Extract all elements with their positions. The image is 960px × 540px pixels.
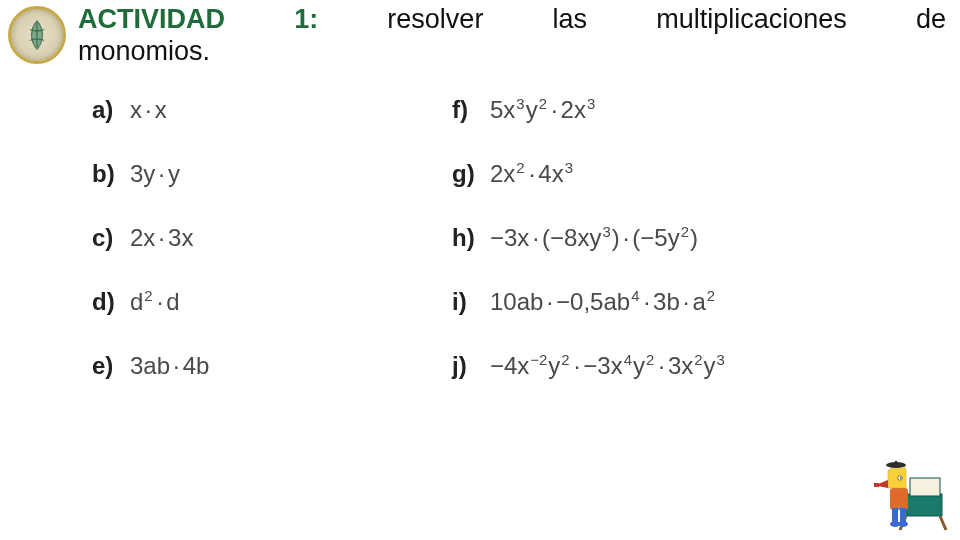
problem-label: d) [92,288,120,316]
problem-expr: −4x−2y2·−3x4y2·3x2y3 [490,352,726,380]
problems-col-right: f) 5x3y2·2x3 g) 2x2·4x3 h) −3x·(−8xy3)·(… [452,96,726,380]
problem-c: c) 2x·3x [92,224,209,252]
problem-label: g) [452,160,480,188]
problems-col-left: a) x·x b) 3y·y c) 2x·3x d) d2·d e) 3ab·4… [92,96,209,380]
problem-label: e) [92,352,120,380]
problem-j: j) −4x−2y2·−3x4y2·3x2y3 [452,352,726,380]
problem-h: h) −3x·(−8xy3)·(−5y2) [452,224,726,252]
bart-director-icon [870,448,948,532]
problem-g: g) 2x2·4x3 [452,160,726,188]
activity-title-highlight: ACTIVIDAD 1: [78,4,318,34]
problem-d: d) d2·d [92,288,209,316]
activity-title-line2: monomios. [78,36,210,67]
problem-f: f) 5x3y2·2x3 [452,96,726,124]
problem-label: h) [452,224,480,252]
svg-rect-7 [900,508,906,522]
activity-title-rest: resolver las multiplicaciones de [387,4,946,34]
school-crest-icon [8,6,66,64]
svg-point-11 [900,477,901,478]
svg-rect-6 [892,508,898,522]
problem-label: i) [452,288,480,316]
problem-expr: 3y·y [130,160,180,188]
problem-expr: 10ab·−0,5ab4·3b·a2 [490,288,716,316]
svg-rect-2 [910,478,940,496]
problem-label: j) [452,352,480,380]
problem-expr: 3ab·4b [130,352,209,380]
problems-block: a) x·x b) 3y·y c) 2x·3x d) d2·d e) 3ab·4… [92,96,920,500]
problem-expr: 2x·3x [130,224,193,252]
problem-expr: x·x [130,96,167,124]
problem-i: i) 10ab·−0,5ab4·3b·a2 [452,288,726,316]
problem-expr: d2·d [130,288,180,316]
activity-title: ACTIVIDAD 1: resolver las multiplicacion… [78,4,946,35]
svg-rect-5 [890,488,908,510]
svg-rect-1 [904,494,942,516]
problem-expr: 5x3y2·2x3 [490,96,596,124]
problem-label: c) [92,224,120,252]
problem-label: b) [92,160,120,188]
svg-line-4 [940,516,946,530]
svg-point-14 [895,461,898,464]
problem-expr: −3x·(−8xy3)·(−5y2) [490,224,698,252]
problem-e: e) 3ab·4b [92,352,209,380]
problem-expr: 2x2·4x3 [490,160,574,188]
problem-b: b) 3y·y [92,160,209,188]
problem-a: a) x·x [92,96,209,124]
svg-point-9 [898,521,908,527]
problem-label: a) [92,96,120,124]
svg-rect-12 [874,483,879,487]
problem-label: f) [452,96,480,124]
